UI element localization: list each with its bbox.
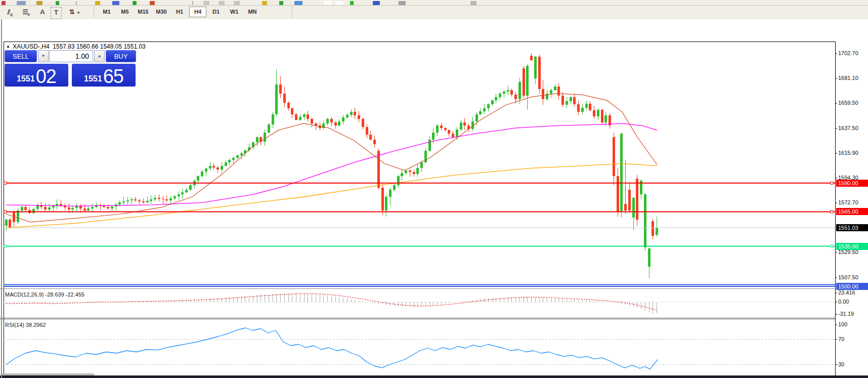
- candle-body: [232, 158, 235, 160]
- candle-body: [228, 160, 231, 162]
- macd-scale-label: -31.19: [838, 311, 867, 317]
- candle-body: [648, 248, 650, 267]
- candle: [232, 156, 235, 164]
- clipped-toolbar-icon: [150, 1, 155, 5]
- arrows-icon[interactable]: ⇅ ▼: [69, 7, 81, 18]
- candle-body: [111, 206, 113, 208]
- fibonacci-retracement-icon[interactable]: ☰F: [20, 7, 32, 18]
- candle: [593, 106, 595, 119]
- timeframe-button-h1[interactable]: H1: [171, 7, 188, 17]
- support-1535-anchor[interactable]: [831, 245, 833, 247]
- macd-histogram: [6, 293, 657, 313]
- one-click-trading-panel: SELL ▼ ▲ BUY 1551 02 1551 65: [5, 50, 136, 87]
- candle: [36, 203, 39, 211]
- candle: [225, 160, 227, 166]
- resistance-1590-anchor[interactable]: [831, 182, 833, 184]
- candle-body: [503, 92, 505, 93]
- bid-frac: 02: [36, 66, 56, 87]
- candle-body: [256, 137, 258, 142]
- candle: [326, 118, 329, 125]
- candlestick-series: [5, 53, 659, 278]
- candle-body: [87, 208, 90, 211]
- candle: [138, 199, 141, 204]
- candle: [115, 203, 117, 211]
- volume-input[interactable]: [49, 50, 93, 62]
- candle: [185, 188, 188, 193]
- timeframe-button-m30[interactable]: M30: [153, 7, 170, 17]
- candle: [209, 162, 211, 171]
- bid-price[interactable]: 1551 02: [5, 64, 68, 87]
- candle: [648, 247, 650, 278]
- candle-body: [216, 167, 219, 169]
- rsi-scale-label: 100: [838, 321, 867, 327]
- candle-body: [369, 135, 372, 139]
- candle-body: [122, 201, 125, 202]
- candle-body: [32, 209, 35, 213]
- price-tick-label: 1615.90: [838, 150, 867, 156]
- candle-body: [338, 121, 340, 125]
- timeframe-button-h4[interactable]: H4: [189, 7, 206, 17]
- candle: [550, 89, 552, 98]
- window-left-edge: [1, 19, 2, 378]
- candle: [369, 131, 372, 140]
- volume-down-button[interactable]: ▼: [38, 50, 49, 62]
- candle: [279, 76, 282, 98]
- candle-body: [652, 221, 654, 236]
- candle-body: [613, 137, 615, 176]
- price-tick-label: 1702.70: [838, 50, 867, 56]
- candle: [620, 133, 623, 218]
- resistance-1565-anchor[interactable]: [831, 211, 833, 213]
- candle: [111, 206, 113, 211]
- candle-body: [617, 176, 619, 212]
- candle-body: [432, 133, 435, 140]
- text-icon[interactable]: A: [36, 7, 49, 18]
- timeframe-button-m15[interactable]: M15: [135, 7, 152, 17]
- equidistant-channel-icon[interactable]: ⫽E: [4, 7, 16, 18]
- toolbar-main: ⫽E☰FAT⇅ ▼M1M5M15M30H1H4D1W1MN: [0, 6, 868, 20]
- candle-body: [162, 199, 164, 200]
- volume-up-button[interactable]: ▲: [94, 50, 105, 62]
- candle: [330, 117, 333, 127]
- candle: [165, 195, 168, 203]
- candle: [275, 69, 278, 116]
- candle-body: [126, 200, 129, 201]
- text-label-icon[interactable]: T: [51, 7, 62, 19]
- candle-body: [303, 114, 306, 117]
- candle: [495, 94, 497, 103]
- candle-body: [212, 166, 215, 167]
- candle: [385, 194, 387, 216]
- candle-body: [636, 179, 638, 220]
- candle-body: [68, 207, 70, 209]
- candle: [523, 66, 525, 98]
- candle: [483, 104, 486, 114]
- candle-body: [381, 188, 384, 211]
- candle-body: [362, 119, 364, 127]
- candle-body: [299, 117, 301, 120]
- resistance-1590-anchor[interactable]: [4, 182, 7, 184]
- timeframe-button-m5[interactable]: M5: [116, 7, 134, 17]
- candle-body: [538, 57, 541, 89]
- candle-body: [189, 185, 192, 190]
- candle: [350, 109, 353, 117]
- candle: [609, 113, 611, 129]
- ma-slow-line: [6, 163, 657, 228]
- candle: [315, 122, 317, 130]
- clipped-toolbar-icon: [373, 1, 380, 5]
- chart-window[interactable]: ▲XAUUSD-,H4 1557.83 1560.66 1549.05 1551…: [0, 19, 868, 378]
- sell-button[interactable]: SELL: [5, 50, 37, 62]
- candle: [295, 113, 297, 121]
- timeframe-button-d1[interactable]: D1: [207, 7, 225, 17]
- candle: [334, 121, 337, 128]
- collapse-icon[interactable]: ▲: [6, 44, 10, 49]
- candle: [499, 92, 501, 99]
- candle: [530, 53, 533, 61]
- ask-price[interactable]: 1551 65: [72, 64, 136, 87]
- timeframe-button-m1[interactable]: M1: [98, 7, 115, 17]
- timeframe-button-mn[interactable]: MN: [244, 7, 261, 17]
- price-tick-label: 1572.70: [838, 199, 867, 205]
- resistance-1565-anchor[interactable]: [4, 211, 7, 213]
- buy-button[interactable]: BUY: [106, 50, 136, 62]
- support-1535-anchor[interactable]: [4, 245, 7, 247]
- candle: [264, 130, 266, 146]
- timeframe-button-w1[interactable]: W1: [226, 7, 243, 17]
